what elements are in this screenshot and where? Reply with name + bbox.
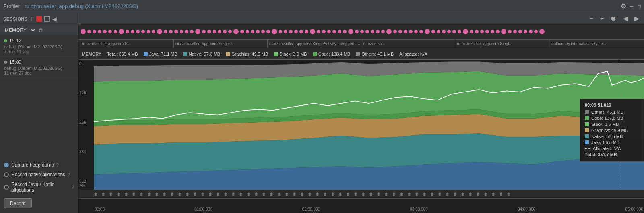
heap-dump-icon[interactable]: 🗑 [400, 192, 404, 196]
heap-dump-icon[interactable]: 🗑 [285, 192, 289, 196]
record-button-small[interactable] [36, 16, 42, 22]
record-native-info-icon[interactable]: ? [68, 172, 70, 177]
heap-dump-icon[interactable]: 🗑 [491, 192, 495, 196]
session-item-2[interactable]: 15:00 debug (Xiaomi M2102J20SG) 11 min 2… [0, 57, 78, 78]
minimize-icon[interactable]: ─ [630, 4, 633, 9]
event-dot [93, 30, 96, 33]
stop-button[interactable] [44, 16, 50, 22]
heap-dump-icon[interactable]: 🗑 [124, 192, 128, 196]
stat-stack: Stack: 3,6 MB [274, 52, 307, 56]
heap-dump-icon[interactable]: 🗑 [484, 192, 488, 196]
heap-dump-icon[interactable]: 🗑 [163, 192, 167, 196]
heap-dump-icon[interactable]: 🗑 [270, 192, 274, 196]
stat-native: Native: 57,3 MB [183, 52, 220, 56]
heap-dump-icon[interactable]: 🗑 [438, 192, 442, 196]
heap-dump-icon[interactable]: 🗑 [361, 192, 365, 196]
prev-frame-button[interactable]: ◀ [621, 14, 630, 23]
record-action-button[interactable]: Record [4, 198, 32, 208]
heap-dump-icon[interactable]: 🗑 [384, 192, 388, 196]
heap-dump-icon[interactable]: 🗑 [132, 192, 136, 196]
record-java-info-icon[interactable]: ? [72, 185, 74, 190]
heap-dump-icon[interactable]: 🗑 [346, 192, 350, 196]
heap-dump-icon[interactable]: 🗑 [155, 192, 159, 196]
heap-dump-icon[interactable]: 🗑 [308, 192, 312, 196]
heap-dump-icon[interactable]: 🗑 [208, 192, 213, 196]
heap-dump-icon[interactable]: 🗑 [224, 192, 228, 196]
heap-dump-icon[interactable]: 🗑 [178, 192, 182, 196]
heap-dump-icon[interactable]: 🗑 [300, 192, 304, 196]
zoom-out-button[interactable]: − [588, 14, 595, 23]
event-dot [131, 30, 134, 33]
capture-heap-option[interactable]: Capture heap dump ? [4, 162, 74, 168]
heap-dump-icon[interactable]: 🗑 [377, 192, 381, 196]
heap-dump-icon[interactable]: 🗑 [147, 192, 151, 196]
zoom-in-button[interactable]: + [599, 14, 605, 23]
heap-dump-icon[interactable]: 🗑 [293, 192, 297, 196]
heap-dump-icon[interactable]: 🗑 [262, 192, 266, 196]
tooltip-box: 00:06:51.020 Others: 45,1 MB Code: 137,8… [580, 99, 644, 162]
heap-dump-icon[interactable]: 🗑 [469, 192, 473, 196]
heap-dump-icon[interactable]: 🗑 [369, 192, 373, 196]
maximize-icon[interactable]: □ [638, 4, 641, 9]
record-tool-button[interactable]: ⏺ [609, 14, 618, 23]
heap-dump-icon[interactable]: 🗑 [461, 192, 465, 196]
heap-dump-icon[interactable]: 🗑 [201, 192, 205, 196]
heap-dump-icon[interactable]: 🗑 [193, 192, 197, 196]
heap-dump-icon[interactable]: 🗑 [453, 192, 457, 196]
add-session-button[interactable]: + [30, 15, 34, 23]
heap-dump-icon[interactable]: 🗑 [277, 192, 281, 196]
heap-dump-icon[interactable]: 🗑 [331, 192, 335, 196]
heap-dump-icon[interactable]: 🗑 [446, 192, 450, 196]
heap-dump-icon[interactable]: 🗑 [499, 192, 503, 196]
heap-dump-icon[interactable]: 🗑 [170, 192, 174, 196]
delete-session-button[interactable]: 🗑 [39, 27, 43, 33]
heap-dump-icon[interactable]: 🗑 [316, 192, 320, 196]
record-native-radio[interactable] [4, 172, 9, 177]
session-item-1[interactable]: 15:12 debug (Xiaomi M2102J20SG) 7 min 44… [0, 36, 78, 57]
record-java-radio[interactable] [4, 185, 9, 190]
heap-dump-icon[interactable]: 🗑 [407, 192, 411, 196]
event-dot [228, 30, 232, 33]
record-java-option[interactable]: Record Java / Kotlin allocations ? [4, 182, 74, 193]
heap-dump-icon[interactable]: 🗑 [140, 192, 144, 196]
heap-dump-icon[interactable]: 🗑 [423, 192, 427, 196]
event-dot [496, 30, 500, 33]
next-frame-button[interactable]: ▶ [633, 14, 641, 23]
event-dot [266, 30, 270, 33]
window-buttons: ─ □ [630, 4, 641, 9]
event-dot [414, 30, 418, 33]
heap-dump-icon[interactable]: 🗑 [117, 192, 121, 196]
heap-dump-icon[interactable]: 🗑 [415, 192, 419, 196]
heap-dump-icon[interactable]: 🗑 [392, 192, 396, 196]
tooltip-graphics-row: Graphics: 49,9 MB [585, 128, 639, 133]
capture-heap-radio[interactable] [4, 163, 9, 167]
heap-dump-icon[interactable]: 🗑 [231, 192, 235, 196]
event-dot [213, 30, 216, 33]
heap-dump-icon[interactable]: 🗑 [247, 192, 251, 196]
record-native-option[interactable]: Record native allocations ? [4, 172, 74, 178]
others-color-dot [356, 52, 360, 56]
heap-dump-icon[interactable]: 🗑 [94, 192, 98, 196]
heap-dump-icon[interactable]: 🗑 [323, 192, 327, 196]
heap-dump-icon[interactable]: 🗑 [507, 192, 511, 196]
heap-dump-icon[interactable]: 🗑 [430, 192, 434, 196]
event-dot [108, 30, 112, 33]
y-label-0: 0 [79, 61, 93, 66]
heap-dump-icon[interactable]: 🗑 [339, 192, 343, 196]
event-dot [322, 30, 326, 33]
heap-dump-icon[interactable]: 🗑 [239, 192, 243, 196]
heap-dump-icon[interactable]: 🗑 [354, 192, 358, 196]
heap-dump-icon[interactable]: 🗑 [216, 192, 220, 196]
capture-heap-info-icon[interactable]: ? [56, 163, 59, 167]
heap-dump-icon[interactable]: 🗑 [101, 192, 105, 196]
time-label-0: 00:00 [95, 207, 105, 211]
heap-dump-icon[interactable]: 🗑 [186, 192, 190, 196]
heap-dump-icon[interactable]: 🗑 [109, 192, 113, 196]
profiler-mode-select[interactable]: MEMORY CPU NETWORK [3, 27, 36, 33]
heap-dump-icon[interactable]: 🗑 [476, 192, 480, 196]
event-dot [152, 30, 155, 33]
event-dot [355, 30, 359, 33]
back-icon[interactable]: ◀ [52, 16, 57, 22]
heap-dump-icon[interactable]: 🗑 [254, 192, 258, 196]
settings-icon[interactable]: ⚙ [621, 2, 626, 10]
